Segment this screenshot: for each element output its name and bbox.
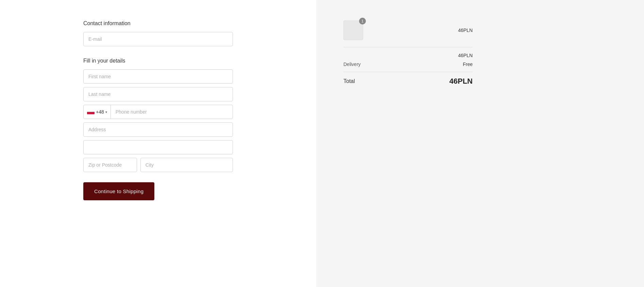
total-label: Total bbox=[343, 78, 355, 84]
zip-field[interactable] bbox=[83, 158, 137, 172]
zip-city-row bbox=[83, 158, 233, 172]
product-badge: 1 bbox=[359, 18, 366, 24]
email-field[interactable] bbox=[83, 32, 233, 46]
product-thumbnail-wrapper: 1 bbox=[343, 20, 363, 40]
phone-prefix-selector[interactable]: +48 ▾ bbox=[84, 105, 111, 119]
address-field[interactable] bbox=[83, 122, 233, 137]
delivery-row: Delivery Free bbox=[343, 62, 473, 67]
chevron-down-icon: ▾ bbox=[105, 110, 107, 114]
last-name-field[interactable] bbox=[83, 87, 233, 101]
delivery-label: Delivery bbox=[343, 62, 361, 67]
details-section-title: Fill in your details bbox=[83, 58, 233, 64]
continue-to-shipping-button[interactable]: Continue to Shipping bbox=[83, 182, 154, 200]
order-summary: 1 46PLN 46PLN Delivery Free Total 46PLN bbox=[343, 20, 473, 86]
total-row: Total 46PLN bbox=[343, 72, 473, 86]
first-name-field[interactable] bbox=[83, 69, 233, 84]
product-price: 46PLN bbox=[458, 28, 473, 33]
subtotal-row: 46PLN bbox=[343, 53, 473, 58]
subtotal-value: 46PLN bbox=[458, 53, 473, 58]
city-field[interactable] bbox=[140, 158, 233, 172]
contact-section-title: Contact information bbox=[83, 20, 233, 27]
country-field[interactable]: Poland bbox=[83, 140, 233, 154]
phone-row: +48 ▾ bbox=[83, 105, 233, 119]
total-amount: 46PLN bbox=[450, 77, 473, 86]
left-panel: Contact information Fill in your details… bbox=[0, 0, 316, 287]
phone-number-field[interactable] bbox=[111, 105, 233, 119]
flag-icon bbox=[87, 109, 95, 114]
right-panel: 1 46PLN 46PLN Delivery Free Total 46PLN bbox=[316, 0, 644, 287]
delivery-value: Free bbox=[463, 62, 473, 67]
country-code: +48 bbox=[96, 109, 104, 115]
product-row: 1 46PLN bbox=[343, 20, 473, 40]
form-container: Contact information Fill in your details… bbox=[83, 20, 233, 267]
divider-1 bbox=[343, 47, 473, 47]
